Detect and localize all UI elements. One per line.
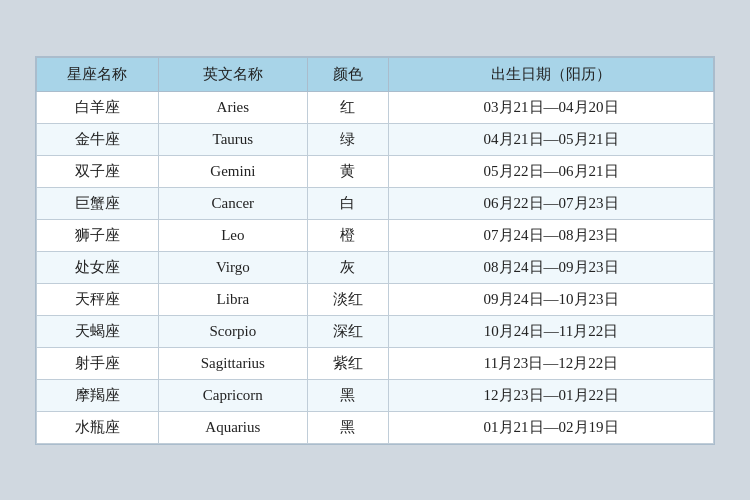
table-row: 双子座Gemini黄05月22日—06月21日 [37, 155, 714, 187]
table-row: 射手座Sagittarius紫红11月23日—12月22日 [37, 347, 714, 379]
cell-chinese: 处女座 [37, 251, 159, 283]
cell-english: Virgo [158, 251, 307, 283]
table-row: 处女座Virgo灰08月24日—09月23日 [37, 251, 714, 283]
cell-color: 黑 [307, 379, 388, 411]
table-row: 金牛座Taurus绿04月21日—05月21日 [37, 123, 714, 155]
cell-color: 橙 [307, 219, 388, 251]
header-english: 英文名称 [158, 57, 307, 91]
table-row: 摩羯座Capricorn黑12月23日—01月22日 [37, 379, 714, 411]
cell-color: 绿 [307, 123, 388, 155]
zodiac-table-container: 星座名称 英文名称 颜色 出生日期（阳历） 白羊座Aries红03月21日—04… [35, 56, 715, 445]
cell-color: 紫红 [307, 347, 388, 379]
cell-chinese: 狮子座 [37, 219, 159, 251]
cell-color: 黑 [307, 411, 388, 443]
cell-english: Aries [158, 91, 307, 123]
cell-chinese: 金牛座 [37, 123, 159, 155]
table-row: 水瓶座Aquarius黑01月21日—02月19日 [37, 411, 714, 443]
cell-english: Leo [158, 219, 307, 251]
cell-color: 灰 [307, 251, 388, 283]
header-chinese: 星座名称 [37, 57, 159, 91]
table-row: 狮子座Leo橙07月24日—08月23日 [37, 219, 714, 251]
table-row: 巨蟹座Cancer白06月22日—07月23日 [37, 187, 714, 219]
cell-english: Scorpio [158, 315, 307, 347]
cell-date: 09月24日—10月23日 [389, 283, 714, 315]
table-header-row: 星座名称 英文名称 颜色 出生日期（阳历） [37, 57, 714, 91]
cell-english: Libra [158, 283, 307, 315]
cell-date: 03月21日—04月20日 [389, 91, 714, 123]
table-body: 白羊座Aries红03月21日—04月20日金牛座Taurus绿04月21日—0… [37, 91, 714, 443]
cell-chinese: 摩羯座 [37, 379, 159, 411]
cell-color: 白 [307, 187, 388, 219]
cell-english: Taurus [158, 123, 307, 155]
table-row: 天蝎座Scorpio深红10月24日—11月22日 [37, 315, 714, 347]
cell-date: 06月22日—07月23日 [389, 187, 714, 219]
cell-chinese: 水瓶座 [37, 411, 159, 443]
cell-english: Capricorn [158, 379, 307, 411]
table-row: 白羊座Aries红03月21日—04月20日 [37, 91, 714, 123]
cell-english: Gemini [158, 155, 307, 187]
cell-english: Sagittarius [158, 347, 307, 379]
header-date: 出生日期（阳历） [389, 57, 714, 91]
cell-date: 08月24日—09月23日 [389, 251, 714, 283]
cell-date: 12月23日—01月22日 [389, 379, 714, 411]
cell-date: 07月24日—08月23日 [389, 219, 714, 251]
header-color: 颜色 [307, 57, 388, 91]
cell-chinese: 天秤座 [37, 283, 159, 315]
cell-chinese: 白羊座 [37, 91, 159, 123]
cell-color: 淡红 [307, 283, 388, 315]
table-row: 天秤座Libra淡红09月24日—10月23日 [37, 283, 714, 315]
cell-date: 10月24日—11月22日 [389, 315, 714, 347]
zodiac-table: 星座名称 英文名称 颜色 出生日期（阳历） 白羊座Aries红03月21日—04… [36, 57, 714, 444]
cell-color: 红 [307, 91, 388, 123]
cell-chinese: 双子座 [37, 155, 159, 187]
cell-date: 11月23日—12月22日 [389, 347, 714, 379]
cell-english: Cancer [158, 187, 307, 219]
cell-color: 深红 [307, 315, 388, 347]
cell-date: 04月21日—05月21日 [389, 123, 714, 155]
cell-english: Aquarius [158, 411, 307, 443]
cell-date: 05月22日—06月21日 [389, 155, 714, 187]
cell-chinese: 巨蟹座 [37, 187, 159, 219]
cell-color: 黄 [307, 155, 388, 187]
cell-date: 01月21日—02月19日 [389, 411, 714, 443]
cell-chinese: 天蝎座 [37, 315, 159, 347]
cell-chinese: 射手座 [37, 347, 159, 379]
